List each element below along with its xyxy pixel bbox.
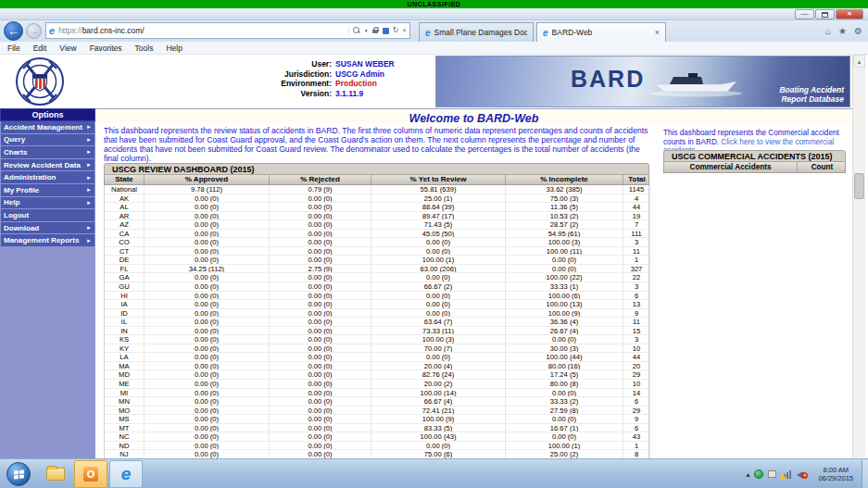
taskbar-ie-button[interactable]: e — [109, 460, 143, 488]
favorites-star-icon[interactable]: ★ — [838, 26, 847, 36]
table-cell: 0.00 (0) — [145, 318, 270, 327]
sidebar-item-label: Management Reports — [4, 236, 86, 244]
home-icon[interactable]: ⌂ — [825, 26, 831, 36]
vertical-scrollbar[interactable]: ▲ — [852, 55, 865, 458]
network-icon[interactable] — [781, 469, 792, 479]
table-row: MO0.00 (0)0.00 (0)72.41 (21)27.59 (8)29 — [105, 407, 648, 416]
menu-help[interactable]: Help — [166, 44, 182, 53]
forward-button[interactable]: → — [26, 23, 42, 39]
table-cell: 0.00 (0) — [270, 300, 371, 309]
sidebar-item-my-profile[interactable]: My Profile► — [0, 184, 95, 197]
close-button[interactable]: × — [836, 9, 863, 19]
table-cell: 100.00 (22) — [506, 273, 623, 282]
menu-tools[interactable]: Tools — [135, 44, 154, 53]
stop-icon[interactable]: × — [402, 26, 407, 35]
column-header: Total — [623, 175, 650, 184]
table-cell: 0.00 (0) — [145, 370, 270, 380]
settings-gear-icon[interactable]: ⚙ — [854, 26, 862, 36]
tab-small-plane[interactable]: e Small Plane Damages Dock O... — [419, 22, 534, 42]
table-cell: 14 — [623, 389, 650, 398]
sidebar-item-label: Download — [4, 224, 86, 232]
sidebar-item-administration[interactable]: Administration► — [0, 171, 95, 184]
table-cell: 0.00 (0) — [145, 362, 270, 371]
tab-close-icon[interactable]: × — [655, 28, 660, 37]
table-cell: ID — [105, 309, 145, 319]
tab-bard-web[interactable]: e BARD-Web × — [536, 22, 666, 42]
sidebar-item-label: Help — [4, 198, 86, 206]
environment-value: Production — [332, 79, 377, 89]
table-cell: 44 — [623, 203, 650, 212]
menu-view[interactable]: View — [59, 44, 76, 53]
sidebar-item-help[interactable]: Help► — [0, 197, 95, 210]
table-cell: 0.00 (0) — [270, 194, 371, 204]
scroll-up-icon[interactable]: ▲ — [853, 55, 865, 68]
taskbar-outlook-button[interactable]: O — [74, 460, 107, 488]
table-cell: 0.00 (0) — [145, 407, 270, 416]
refresh-icon[interactable]: ↻ — [393, 26, 399, 35]
table-cell: 83.33 (5) — [371, 424, 506, 433]
taskbar-clock[interactable]: 8:00 AM 06/29/2015 — [812, 466, 859, 482]
table-cell: MT — [105, 424, 145, 433]
table-cell: 100.00 (6) — [506, 292, 623, 301]
table-cell: 6 — [623, 424, 650, 433]
table-cell: 1 — [623, 442, 650, 451]
table-cell: 54.95 (61) — [506, 230, 623, 239]
sidebar-item-query[interactable]: Query► — [0, 134, 95, 147]
search-icon[interactable] — [353, 27, 360, 34]
table-row: MI0.00 (0)0.00 (0)100.00 (14)0.00 (0)14 — [105, 389, 648, 398]
table-cell: 26.67 (4) — [506, 327, 623, 336]
minimize-button[interactable]: — — [795, 9, 814, 19]
table-cell: 7 — [623, 220, 650, 230]
table-cell: 100.00 (9) — [371, 415, 506, 424]
table-cell: IA — [105, 300, 145, 309]
bard-banner: BARD Boating Accident Report Database — [435, 56, 850, 107]
table-row: NC0.00 (0)0.00 (0)100.00 (43)0.00 (0)43 — [105, 432, 648, 442]
sidebar-item-charts[interactable]: Charts► — [0, 146, 95, 159]
ie-icon: e — [121, 464, 132, 484]
tray-expand-icon[interactable]: ▴ — [746, 470, 749, 479]
table-cell: ME — [105, 380, 145, 389]
column-header: % Approved — [145, 175, 270, 184]
restore-button[interactable] — [815, 9, 835, 19]
tray-agent-icon[interactable] — [754, 469, 763, 479]
table-cell: 3 — [623, 335, 650, 344]
table-cell: 0.00 (0) — [270, 212, 371, 221]
sidebar-item-review-accident-data[interactable]: Review Accident Data► — [0, 159, 95, 172]
table-cell: 0.00 (0) — [371, 247, 506, 257]
browser-navbar: ← → e https://bard.cns-inc.com/ ▼ ↻ × e … — [0, 20, 868, 42]
table-cell: 0.00 (0) — [270, 309, 371, 319]
table-cell: 0.00 (0) — [145, 247, 270, 257]
table-cell: 80.00 (16) — [506, 362, 623, 371]
address-bar[interactable]: e https://bard.cns-inc.com/ ▼ ↻ × — [45, 22, 410, 39]
menu-file[interactable]: File — [7, 44, 20, 53]
sidebar-item-management-reports[interactable]: Management Reports► — [0, 234, 95, 247]
taskbar-explorer-button[interactable] — [39, 460, 72, 488]
table-cell: NC — [105, 432, 145, 442]
tray-window-icon[interactable] — [768, 470, 776, 478]
table-cell: 89.47 (17) — [371, 212, 506, 221]
clock-date: 06/29/2015 — [818, 474, 853, 482]
menu-edit[interactable]: Edit — [33, 44, 47, 53]
sidebar-item-logout[interactable]: Logout — [0, 209, 95, 222]
table-cell: 100.00 (11) — [506, 247, 623, 257]
back-button[interactable]: ← — [4, 21, 23, 41]
table-cell: GU — [105, 282, 145, 292]
table-cell: 0.00 (0) — [506, 256, 623, 265]
sidebar-item-accident-management[interactable]: Accident Management► — [0, 121, 95, 134]
table-cell: 63.00 (206) — [371, 265, 506, 274]
sidebar-item-download[interactable]: Download► — [0, 222, 95, 235]
lock-icon — [372, 27, 379, 34]
search-dropdown-icon[interactable]: ▼ — [364, 26, 369, 35]
table-cell: 0.00 (0) — [145, 432, 270, 442]
compatibility-icon[interactable] — [383, 28, 389, 34]
table-cell: 11 — [623, 247, 650, 257]
start-button[interactable] — [6, 462, 31, 486]
taskbar: O e ▴ × 8:00 AM 06/29/2015 — [0, 458, 868, 488]
volume-muted-icon[interactable]: × — [797, 469, 808, 479]
scrollbar-thumb[interactable] — [854, 173, 864, 199]
table-cell: 0.00 (0) — [270, 247, 371, 257]
table-cell: 29 — [623, 370, 650, 380]
table-cell: 0.00 (0) — [270, 415, 371, 424]
menu-favorites[interactable]: Favorites — [90, 44, 122, 53]
show-desktop-button[interactable] — [862, 459, 868, 488]
